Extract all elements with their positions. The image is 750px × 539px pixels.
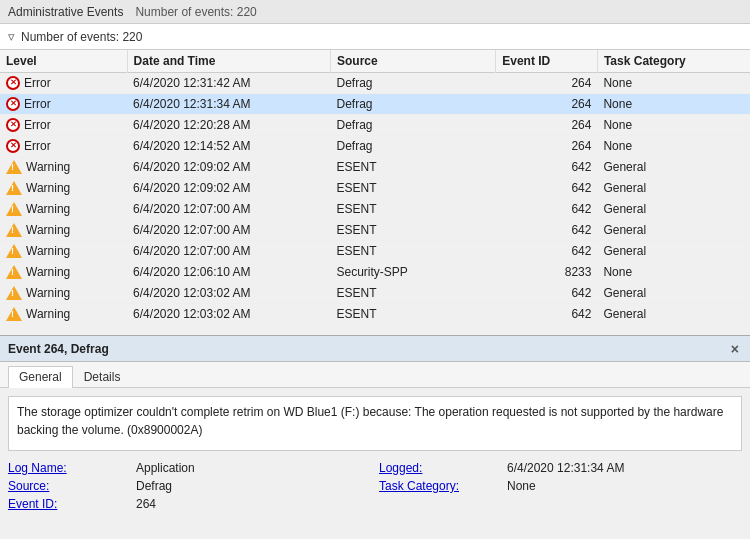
level-text: Warning [26, 286, 70, 300]
table-row[interactable]: Warning6/4/2020 12:07:00 AMESENT642Gener… [0, 220, 750, 241]
level-text: Error [24, 118, 51, 132]
cell-level: ✕Error [0, 136, 127, 157]
detail-message: The storage optimizer couldn't complete … [8, 396, 742, 451]
detail-content[interactable]: The storage optimizer couldn't complete … [0, 388, 750, 539]
event-count-header: Number of events: 220 [135, 5, 256, 19]
tab-general[interactable]: General [8, 366, 73, 388]
table-row[interactable]: Warning6/4/2020 12:03:02 AMESENT642Gener… [0, 283, 750, 304]
filter-bar: ▿ Number of events: 220 [0, 24, 750, 50]
cell-level: Warning [0, 157, 127, 178]
table-row[interactable]: Warning6/4/2020 12:03:02 AMESENT642Gener… [0, 304, 750, 325]
error-icon: ✕ [6, 139, 20, 153]
warning-icon [6, 160, 22, 174]
error-icon: ✕ [6, 118, 20, 132]
table-row[interactable]: Warning6/4/2020 12:07:00 AMESENT642Gener… [0, 241, 750, 262]
cell-event-id: 642 [496, 304, 598, 325]
table-row[interactable]: ✕Error6/4/2020 12:31:34 AMDefrag264None [0, 94, 750, 115]
close-button[interactable]: × [728, 342, 742, 356]
cell-event-id: 264 [496, 94, 598, 115]
cell-level: Warning [0, 241, 127, 262]
table-row[interactable]: ✕Error6/4/2020 12:14:52 AMDefrag264None [0, 136, 750, 157]
cell-source: ESENT [330, 283, 495, 304]
cell-level: Warning [0, 304, 127, 325]
logged-label[interactable]: Logged: [379, 461, 499, 475]
level-text: Error [24, 97, 51, 111]
cell-source: Defrag [330, 136, 495, 157]
level-text: Warning [26, 244, 70, 258]
cell-task-category: General [597, 157, 750, 178]
source-label[interactable]: Source: [8, 479, 128, 493]
col-header-datetime[interactable]: Date and Time [127, 50, 330, 73]
cell-source: ESENT [330, 157, 495, 178]
table-row[interactable]: ✕Error6/4/2020 12:31:42 AMDefrag264None [0, 73, 750, 94]
cell-task-category: General [597, 199, 750, 220]
detail-fields: Log Name: Application Logged: 6/4/2020 1… [8, 461, 742, 511]
col-header-eventid[interactable]: Event ID [496, 50, 598, 73]
filter-count-text: Number of events: 220 [21, 30, 142, 44]
cell-level: ✕Error [0, 115, 127, 136]
cell-event-id: 264 [496, 115, 598, 136]
cell-source: Defrag [330, 94, 495, 115]
filter-icon[interactable]: ▿ [8, 29, 15, 44]
cell-event-id: 264 [496, 136, 598, 157]
tab-details[interactable]: Details [73, 366, 132, 388]
logged-value: 6/4/2020 12:31:34 AM [507, 461, 742, 475]
table-row[interactable]: Warning6/4/2020 12:07:00 AMESENT642Gener… [0, 199, 750, 220]
cell-task-category: General [597, 283, 750, 304]
cell-source: Defrag [330, 73, 495, 94]
source-value: Defrag [136, 479, 371, 493]
cell-datetime: 6/4/2020 12:03:02 AM [127, 283, 330, 304]
cell-event-id: 642 [496, 283, 598, 304]
cell-datetime: 6/4/2020 12:31:42 AM [127, 73, 330, 94]
cell-task-category: None [597, 136, 750, 157]
table-body: ✕Error6/4/2020 12:31:42 AMDefrag264None✕… [0, 73, 750, 325]
level-text: Warning [26, 160, 70, 174]
warning-icon [6, 286, 22, 300]
cell-datetime: 6/4/2020 12:20:28 AM [127, 115, 330, 136]
cell-level: ✕Error [0, 73, 127, 94]
cell-source: Defrag [330, 115, 495, 136]
cell-level: Warning [0, 220, 127, 241]
level-text: Error [24, 139, 51, 153]
warning-icon [6, 181, 22, 195]
table-row[interactable]: ✕Error6/4/2020 12:20:28 AMDefrag264None [0, 115, 750, 136]
table-row[interactable]: Warning6/4/2020 12:06:10 AMSecurity-SPP8… [0, 262, 750, 283]
detail-title: Event 264, Defrag [8, 342, 109, 356]
cell-datetime: 6/4/2020 12:14:52 AM [127, 136, 330, 157]
cell-level: Warning [0, 199, 127, 220]
cell-task-category: None [597, 73, 750, 94]
cell-source: ESENT [330, 220, 495, 241]
log-name-label[interactable]: Log Name: [8, 461, 128, 475]
table-header: Level Date and Time Source Event ID Task… [0, 50, 750, 73]
task-category-value: None [507, 479, 742, 493]
col-header-source[interactable]: Source [330, 50, 495, 73]
cell-level: ✕Error [0, 94, 127, 115]
level-text: Error [24, 76, 51, 90]
event-table-wrapper[interactable]: Level Date and Time Source Event ID Task… [0, 50, 750, 335]
cell-level: Warning [0, 262, 127, 283]
event-id-label[interactable]: Event ID: [8, 497, 128, 511]
cell-source: ESENT [330, 241, 495, 262]
cell-task-category: General [597, 178, 750, 199]
cell-event-id: 8233 [496, 262, 598, 283]
event-id-value: 264 [136, 497, 371, 511]
table-row[interactable]: Warning6/4/2020 12:09:02 AMESENT642Gener… [0, 178, 750, 199]
cell-task-category: General [597, 304, 750, 325]
warning-icon [6, 244, 22, 258]
cell-datetime: 6/4/2020 12:09:02 AM [127, 157, 330, 178]
task-category-label[interactable]: Task Category: [379, 479, 499, 493]
cell-source: ESENT [330, 199, 495, 220]
cell-task-category: None [597, 115, 750, 136]
level-text: Warning [26, 202, 70, 216]
cell-event-id: 264 [496, 73, 598, 94]
cell-datetime: 6/4/2020 12:07:00 AM [127, 220, 330, 241]
level-text: Warning [26, 265, 70, 279]
cell-source: ESENT [330, 304, 495, 325]
col-header-level[interactable]: Level [0, 50, 127, 73]
col-header-taskcategory[interactable]: Task Category [597, 50, 750, 73]
warning-icon [6, 265, 22, 279]
cell-level: Warning [0, 178, 127, 199]
cell-event-id: 642 [496, 157, 598, 178]
table-row[interactable]: Warning6/4/2020 12:09:02 AMESENT642Gener… [0, 157, 750, 178]
cell-event-id: 642 [496, 178, 598, 199]
